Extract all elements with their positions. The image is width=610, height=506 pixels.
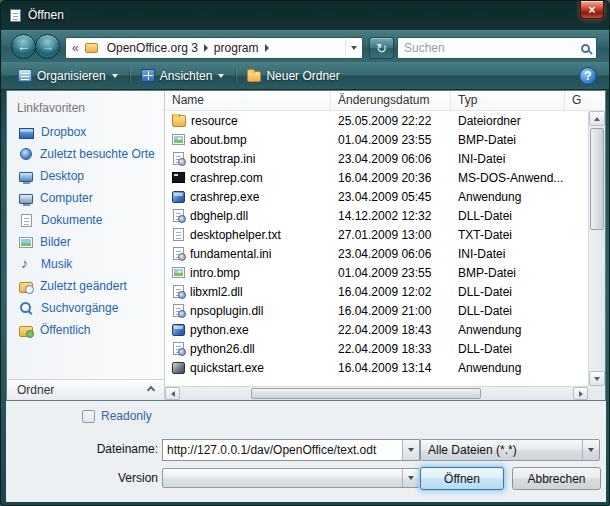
application-icon: [172, 324, 185, 336]
sidebar-item-label: Öffentlich: [40, 323, 90, 337]
sidebar-item-documents[interactable]: Dokumente: [7, 209, 164, 231]
file-row[interactable]: intro.bmp 01.04.2009 23:55 BMP-Datei: [165, 263, 588, 282]
open-button-label: Öffnen: [444, 472, 480, 486]
views-button[interactable]: Ansichten: [134, 66, 232, 86]
sidebar-item-public[interactable]: Öffentlich: [7, 319, 164, 341]
chevron-up-icon: [147, 386, 155, 394]
file-date: 23.04.2009 06:06: [331, 152, 451, 166]
filename-label: Dateiname:: [64, 442, 158, 456]
sidebar-item-recently-changed[interactable]: Zuletzt geändert: [7, 275, 164, 297]
horizontal-scroll-thumb[interactable]: [251, 388, 481, 399]
filename-input[interactable]: [163, 440, 402, 460]
file-name: fundamental.ini: [165, 247, 331, 261]
vertical-scrollbar[interactable]: [588, 111, 605, 386]
file-row[interactable]: fundamental.ini 23.04.2009 06:06 INI-Dat…: [165, 244, 588, 263]
sidebar-item-label: Bilder: [40, 235, 71, 249]
folders-label: Ordner: [17, 383, 54, 397]
breadcrumb-overflow-chevron[interactable]: «: [66, 41, 82, 55]
column-header-type[interactable]: Typ: [451, 91, 565, 110]
vertical-scroll-thumb[interactable]: [590, 128, 604, 230]
background-window-menu-blur: [99, 10, 569, 19]
open-dialog-window: Öffnen « OpenOffice.org 3 program: [0, 0, 610, 506]
file-name: python.exe: [165, 323, 331, 337]
refresh-button[interactable]: [369, 37, 394, 59]
open-button[interactable]: Öffnen: [420, 467, 504, 490]
back-button[interactable]: [11, 34, 36, 59]
scroll-down-button[interactable]: [589, 371, 605, 386]
file-row[interactable]: crashrep.exe 23.04.2009 05:45 Anwendung: [165, 187, 588, 206]
file-row[interactable]: npsoplugin.dll 16.04.2009 21:00 DLL-Date…: [165, 301, 588, 320]
chevron-down-icon: [112, 74, 118, 78]
file-row[interactable]: crashrep.com 16.04.2009 20:36 MS-DOS-Anw…: [165, 168, 588, 187]
sidebar-item-searches[interactable]: Suchvorgänge: [7, 297, 164, 319]
file-date: 16.04.2009 21:00: [331, 304, 451, 318]
scroll-right-button[interactable]: [573, 387, 588, 400]
file-row[interactable]: dbghelp.dll 14.12.2002 12:32 DLL-Datei: [165, 206, 588, 225]
readonly-checkbox[interactable]: [82, 410, 95, 423]
forward-button[interactable]: [35, 34, 60, 59]
file-row[interactable]: quickstart.exe 16.04.2009 13:14 Anwendun…: [165, 358, 588, 377]
column-header-row: Name Änderungsdatum Typ G: [165, 91, 605, 111]
breadcrumb-segment-openoffice[interactable]: OpenOffice.org 3: [101, 41, 204, 55]
column-header-size[interactable]: G: [565, 91, 588, 110]
version-combobox[interactable]: [162, 468, 420, 488]
file-row[interactable]: about.bmp 01.04.2009 23:55 BMP-Datei: [165, 130, 588, 149]
sidebar-item-dropbox[interactable]: Dropbox: [7, 121, 164, 143]
filetype-dropdown-button[interactable]: [582, 440, 599, 460]
application-icon: [172, 362, 185, 374]
column-header-name[interactable]: Name: [165, 91, 331, 110]
sidebar-item-music[interactable]: Musik: [7, 253, 164, 275]
public-folder-icon: [19, 326, 33, 337]
file-row[interactable]: resource 25.05.2009 22:22 Dateiordner: [165, 111, 588, 130]
file-type: MS-DOS-Anwend...: [451, 171, 565, 185]
search-box[interactable]: [397, 37, 597, 59]
close-button[interactable]: [580, 1, 604, 19]
filename-dropdown-button[interactable]: [402, 440, 419, 460]
file-row[interactable]: python26.dll 22.04.2009 18:33 DLL-Datei: [165, 339, 588, 358]
file-date: 23.04.2009 06:06: [331, 247, 451, 261]
help-button[interactable]: [579, 67, 597, 85]
file-date: 25.05.2009 22:22: [331, 114, 451, 128]
file-row[interactable]: bootstrap.ini 23.04.2009 06:06 INI-Datei: [165, 149, 588, 168]
file-row[interactable]: python.exe 22.04.2009 18:43 Anwendung: [165, 320, 588, 339]
new-folder-label: Neuer Ordner: [266, 69, 339, 83]
cancel-button[interactable]: Abbrechen: [512, 467, 601, 490]
new-folder-button[interactable]: Neuer Ordner: [240, 66, 346, 86]
file-name: crashrep.com: [165, 171, 331, 185]
search-icon[interactable]: [581, 44, 590, 53]
sidebar-item-label: Desktop: [40, 169, 84, 183]
breadcrumb[interactable]: « OpenOffice.org 3 program: [65, 37, 363, 59]
file-name: intro.bmp: [165, 266, 331, 280]
new-folder-icon: [247, 71, 261, 82]
sidebar-item-computer[interactable]: Computer: [7, 187, 164, 209]
file-type: INI-Datei: [451, 152, 565, 166]
favorites-header: Linkfavoriten: [7, 99, 164, 121]
file-row[interactable]: desktophelper.txt 27.01.2009 13:00 TXT-D…: [165, 225, 588, 244]
search-input[interactable]: [404, 41, 576, 55]
breadcrumb-segment-program[interactable]: program: [208, 41, 265, 55]
sidebar-item-recent-places[interactable]: Zuletzt besuchte Orte: [7, 143, 164, 165]
organize-button[interactable]: Organisieren: [11, 66, 125, 86]
sidebar-item-pictures[interactable]: Bilder: [7, 231, 164, 253]
file-type: Dateiordner: [451, 114, 565, 128]
file-list: Name Änderungsdatum Typ G resource 25.05…: [165, 91, 605, 400]
scroll-up-button[interactable]: [589, 111, 605, 126]
scroll-left-button[interactable]: [165, 387, 180, 400]
filetype-combobox[interactable]: Alle Dateien (*.*): [420, 439, 600, 461]
file-name: libxml2.dll: [165, 285, 331, 299]
file-name: npsoplugin.dll: [165, 304, 331, 318]
sidebar-item-label: Zuletzt besuchte Orte: [40, 147, 155, 161]
sidebar-item-desktop[interactable]: Desktop: [7, 165, 164, 187]
toolbar-separator: [129, 68, 130, 84]
folder-icon: [172, 115, 186, 127]
folders-pane-toggle[interactable]: Ordner: [7, 379, 164, 400]
file-row[interactable]: libxml2.dll 16.04.2009 12:02 DLL-Datei: [165, 282, 588, 301]
version-dropdown-button[interactable]: [402, 469, 419, 487]
horizontal-scrollbar[interactable]: [165, 386, 588, 400]
pictures-icon: [19, 237, 33, 248]
address-dropdown-button[interactable]: [345, 38, 362, 58]
file-rows: resource 25.05.2009 22:22 Dateiordner ab…: [165, 111, 588, 386]
scrollbar-corner: [588, 386, 605, 400]
column-header-date[interactable]: Änderungsdatum: [331, 91, 451, 110]
sidebar-item-label: Dokumente: [41, 213, 102, 227]
